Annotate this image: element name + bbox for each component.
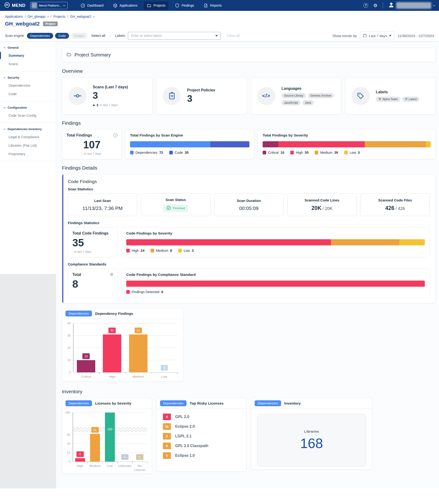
scan-statistics-label: Scan Statistics <box>68 187 430 191</box>
risky-license-row: 5Eclipse 1.0 <box>163 452 240 459</box>
nav-item-label: Findings <box>182 3 194 7</box>
legend-count: 3 <box>358 151 360 154</box>
libraries-label: Libraries <box>304 429 319 434</box>
x-tick-mark <box>132 462 133 463</box>
breadcrumb-link-gh_webgoat2[interactable]: GH_webgoat2 <box>70 15 91 18</box>
org-selector[interactable]: Mend Platform... <box>30 2 68 9</box>
legend-count: 72 <box>159 151 163 154</box>
nav-item-findings[interactable]: Findings <box>172 1 197 10</box>
breadcrumb-link-gh_gheapp[interactable]: GH_gheapp <box>27 15 45 18</box>
labels-label: Labels <box>115 34 125 37</box>
total-findings-value: 107 <box>66 139 117 151</box>
y-tick-label: 150 <box>62 411 70 414</box>
sidebar-item-scans[interactable]: Scans <box>0 60 56 68</box>
chevron-down-icon <box>215 35 218 37</box>
gear-icon[interactable]: ⚙ <box>373 3 378 8</box>
dependencies-badge: Dependencies <box>160 400 186 406</box>
trend-value: 3 <box>97 103 98 107</box>
scan-stat-label: Scan Duration <box>237 199 261 203</box>
top-risky-title: Top Risky Licenses <box>190 401 224 406</box>
code-by-severity-bar <box>126 239 425 245</box>
bar-value-label: 150 <box>106 426 114 432</box>
nav-item-label: Projects <box>153 3 165 7</box>
y-tick-label: 20 <box>62 346 71 350</box>
code-by-severity-card: Code Findings by Severity High24Medium8L… <box>121 227 430 258</box>
sidebar-item-legal-compliance[interactable]: Legal & Compliance <box>0 133 56 141</box>
policies-card: Project Policies 3 <box>156 77 247 115</box>
breadcrumb-link-projects[interactable]: Projects <box>53 15 65 18</box>
bar-segment-high <box>126 239 331 245</box>
category-label: Low <box>102 464 117 468</box>
select-all-link[interactable]: Select all <box>91 34 105 37</box>
date-range: 11/30/2023 - 12/7/2023 <box>398 34 434 38</box>
overview-cards: Scans (Last 7 days) 3 3 in last 7 days <box>62 77 436 115</box>
scan-stats-row: Last Scan11/13/23, 7:36 PMScan StatusFin… <box>68 193 430 216</box>
risky-license-row: 11Eclipse 2.0 <box>163 423 240 430</box>
x-tick-mark <box>177 373 178 374</box>
legend-count: 10 <box>280 151 284 154</box>
x-tick-mark <box>99 373 99 374</box>
label-chip: Latest <box>402 97 419 102</box>
nav-item-reports[interactable]: Reports <box>200 1 225 10</box>
legend-swatch <box>315 151 318 154</box>
label-chip: Alpha Team <box>376 97 401 102</box>
sidebar-section-header-security[interactable]: Security <box>0 74 56 81</box>
risky-license-count: 11 <box>163 423 171 430</box>
sidebar-item-summary[interactable]: Summary <box>0 51 56 60</box>
sidebar-item-code-scan-config[interactable]: Code Scan Config <box>0 111 56 120</box>
sidebar-item-dependencies[interactable]: Dependencies <box>0 81 56 90</box>
sidebar-item-code[interactable]: Code <box>0 90 56 98</box>
inventory-summary-title: Inventory <box>284 401 301 406</box>
legend-label: Code <box>175 151 183 154</box>
nav-item-applications[interactable]: Applications <box>110 1 141 10</box>
help-icon[interactable]: ? <box>363 3 368 8</box>
risky-license-name: GPL 2.0 Classpath <box>175 444 208 448</box>
breadcrumb-link-applications[interactable]: Applications <box>5 15 23 18</box>
nav-item-dashboard[interactable]: Dashboard <box>78 1 107 10</box>
engine-pill-code[interactable]: Code <box>55 33 69 39</box>
labels-title: Labels <box>376 90 419 94</box>
user-menu[interactable] <box>388 2 435 9</box>
labels-input[interactable] <box>131 34 215 37</box>
username-blurred <box>396 2 431 9</box>
gear-icon[interactable]: ⚙ <box>110 272 113 277</box>
chevron-down-icon[interactable] <box>47 15 49 17</box>
labels-input-wrap[interactable] <box>128 32 221 40</box>
scans-card: Scans (Last 7 days) 3 3 in last 7 days <box>62 77 152 115</box>
sidebar-item-proprietary[interactable]: Proprietary <box>0 150 56 158</box>
nav-item-projects[interactable]: Projects <box>144 1 169 10</box>
sidebar-section-header-dependencies-inventory[interactable]: Dependencies Inventory <box>0 125 56 133</box>
sidebar-item-libraries-flat-list-[interactable]: Libraries (Flat List) <box>0 141 56 150</box>
clipboard-icon <box>163 87 181 105</box>
bar-value-label: 31 <box>134 328 142 333</box>
chevron-down-icon[interactable] <box>93 15 95 17</box>
breadcrumb-separator: / <box>51 15 51 18</box>
mend-logo: MEND <box>4 2 25 9</box>
dependencies-badge: Dependencies <box>255 400 281 406</box>
folder-icon <box>66 52 71 58</box>
y-tick-label: 10 <box>62 451 70 454</box>
trend-period-select[interactable]: Last 7 days <box>360 31 395 40</box>
applications-icon <box>113 3 118 8</box>
legend-item-critical: Critical10 <box>263 151 284 154</box>
languages-card: </> Languages Source LibraryGeneric Arch… <box>251 77 341 115</box>
calendar-icon <box>363 34 367 38</box>
sidebar-section-header-general[interactable]: General <box>0 44 56 51</box>
category-label: Medium <box>87 464 102 468</box>
scan-stat-value: 00:05:09 <box>239 205 259 211</box>
bar-segment-low <box>426 141 431 147</box>
scan-status-value: Finished <box>173 206 185 210</box>
bar-segment-code <box>210 141 249 147</box>
y-tick-label: 40 <box>62 321 71 325</box>
bar-critical <box>77 360 95 373</box>
bar-segment-medium <box>331 239 399 245</box>
sidebar-section-header-configuration[interactable]: Configuration <box>0 104 56 111</box>
policies-title: Project Policies <box>187 88 215 92</box>
findings-statistics-label: Findings Statistics <box>68 221 430 225</box>
bar-value-label: 0 <box>121 454 128 460</box>
engine-pill-dependencies[interactable]: Dependencies <box>27 33 53 39</box>
bar-value-label: 4 <box>76 451 84 457</box>
info-icon[interactable]: i <box>113 133 117 137</box>
clear-all-link[interactable]: Clear all <box>227 34 240 37</box>
risky-license-count: 4 <box>163 413 171 420</box>
